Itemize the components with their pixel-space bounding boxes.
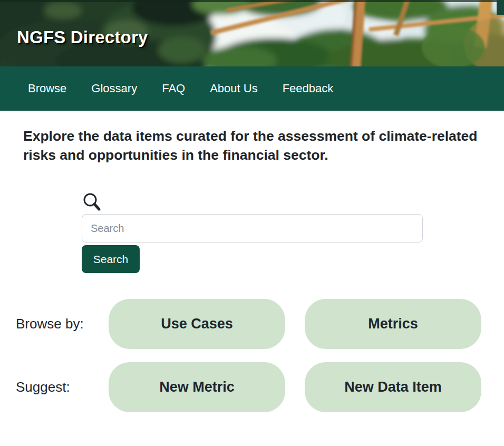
search-section: Search: [82, 192, 423, 273]
nav-item-faq[interactable]: FAQ: [162, 82, 185, 95]
page-title: NGFS Directory: [17, 27, 148, 47]
browse-by-label: Browse by:: [0, 316, 109, 332]
hero-banner: NGFS Directory: [0, 0, 504, 66]
search-button[interactable]: Search: [82, 245, 140, 273]
suggest-row: Suggest: New Metric New Data Item: [0, 362, 504, 412]
intro-heading: Explore the data items curated for the a…: [23, 127, 483, 164]
metrics-button[interactable]: Metrics: [305, 299, 481, 349]
use-cases-button[interactable]: Use Cases: [109, 299, 285, 349]
nav-item-feedback[interactable]: Feedback: [283, 82, 334, 95]
suggest-label: Suggest:: [0, 379, 109, 395]
main-nav: Browse Glossary FAQ About Us Feedback: [0, 66, 504, 111]
nav-item-browse[interactable]: Browse: [28, 82, 66, 95]
nav-item-about-us[interactable]: About Us: [210, 82, 258, 95]
search-input[interactable]: [82, 214, 423, 243]
browse-by-row: Browse by: Use Cases Metrics: [0, 299, 504, 349]
nav-item-glossary[interactable]: Glossary: [91, 82, 137, 95]
main-content: Explore the data items curated for the a…: [0, 127, 504, 412]
new-metric-button[interactable]: New Metric: [109, 362, 285, 412]
new-data-item-button[interactable]: New Data Item: [305, 362, 481, 412]
magnifier-icon: [82, 192, 103, 213]
